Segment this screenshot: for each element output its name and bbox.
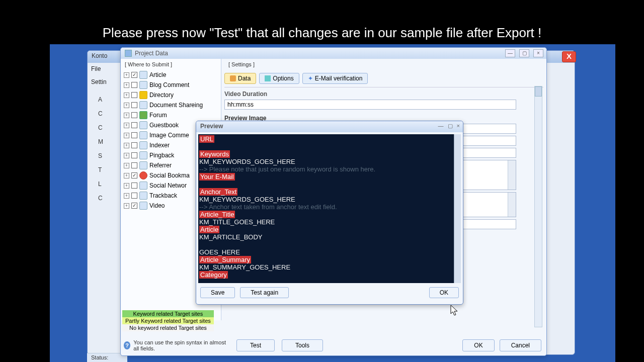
tree-item-label: Video	[149, 202, 165, 209]
checkbox[interactable]	[131, 183, 137, 189]
legend: Keyword related Target sites Partly Keyw…	[122, 310, 214, 331]
tree-item-directory[interactable]: + Directory	[121, 90, 221, 100]
ok-button[interactable]: OK	[462, 339, 494, 351]
window-controls: — ▢ ×	[505, 49, 543, 57]
test-button[interactable]: Test	[236, 339, 275, 351]
checkbox[interactable]: ✓	[131, 203, 137, 209]
preview-line: URL	[199, 135, 460, 143]
checkbox[interactable]	[131, 142, 137, 148]
close-icon[interactable]: ×	[533, 49, 543, 57]
tree-item-label: Referrer	[149, 162, 172, 169]
expand-icon[interactable]: +	[124, 153, 129, 158]
preview-line: KM_SUMMARY_GOES_HERE	[199, 263, 460, 271]
tree-item-forum[interactable]: + Forum	[121, 110, 221, 120]
preview-line: Article	[199, 226, 460, 233]
preview-content[interactable]: URL KeywordsKM_KEYWORDS_GOES_HERE --> Pl…	[198, 134, 461, 283]
spin-syntax-tip: ? You can use the spin syntax in almost …	[124, 339, 229, 351]
scrollbar[interactable]	[508, 193, 516, 217]
window-icon	[125, 50, 132, 57]
expand-icon[interactable]: +	[124, 143, 129, 148]
checkbox[interactable]: ✓	[131, 172, 137, 178]
category-icon	[139, 121, 147, 129]
checkbox[interactable]	[131, 112, 137, 118]
minimize-icon[interactable]: —	[438, 123, 444, 129]
checkbox[interactable]: ✓	[131, 72, 137, 78]
expand-icon[interactable]: +	[124, 113, 129, 118]
tree-item-document-shareing[interactable]: + Document Shareing	[121, 100, 221, 110]
expand-icon[interactable]: +	[124, 123, 129, 128]
expand-icon[interactable]: +	[124, 82, 129, 88]
preview-line: Article_Title	[199, 211, 460, 218]
expand-icon[interactable]: +	[124, 93, 129, 98]
background-left-labels: A C CM ST L C	[98, 93, 103, 205]
category-icon	[139, 161, 147, 169]
cancel-button[interactable]: Cancel	[500, 339, 541, 351]
preview-window: Preview — ▢ × URL KeywordsKM_KEYWORDS_GO…	[196, 121, 463, 305]
category-icon	[139, 71, 147, 79]
tree-item-blog-comment[interactable]: + Blog Comment	[121, 80, 221, 90]
expand-icon[interactable]: +	[124, 163, 129, 168]
checkbox[interactable]	[131, 92, 137, 98]
category-icon	[139, 91, 147, 99]
close-icon[interactable]: ×	[457, 123, 460, 129]
preview-window-controls: — ▢ ×	[438, 123, 460, 129]
preview-line: Article_Summary	[199, 256, 460, 263]
tree-item-label: Directory	[149, 92, 174, 99]
options-icon	[265, 75, 271, 81]
preview-line	[199, 143, 460, 150]
test-again-button[interactable]: Test again	[240, 287, 289, 298]
save-button[interactable]: Save	[200, 287, 235, 298]
category-icon	[139, 131, 147, 139]
desktop-area: Konto X File Settin A C CM ST L C Status…	[50, 44, 615, 362]
expand-icon[interactable]: +	[124, 193, 129, 199]
tree-item-label: Social Bookma	[149, 172, 190, 179]
scrollbar[interactable]	[454, 134, 461, 283]
preview-line: Anchor_Text	[199, 188, 460, 196]
maximize-icon[interactable]: ▢	[448, 123, 453, 129]
checkbox[interactable]	[131, 102, 137, 108]
tree-item-label: Article	[149, 71, 166, 78]
category-icon	[139, 151, 147, 159]
close-icon[interactable]: X	[562, 51, 576, 62]
tab-email-verification[interactable]: ✦E-Mail verification	[302, 73, 368, 84]
panel-scrollbar[interactable]	[534, 86, 542, 327]
minimize-icon[interactable]: —	[505, 49, 515, 57]
checkbox[interactable]	[131, 82, 137, 88]
checkbox[interactable]	[131, 193, 137, 199]
tree-item-label: Image Comme	[149, 132, 189, 139]
tree-item-label: Blog Comment	[149, 81, 189, 88]
tab-data[interactable]: Data	[224, 73, 256, 84]
category-icon	[139, 81, 147, 89]
preview-line	[199, 241, 460, 248]
expand-icon[interactable]: +	[124, 203, 129, 209]
expand-icon[interactable]: +	[124, 133, 129, 138]
preview-ok-button[interactable]: OK	[429, 287, 459, 298]
tree-item-label: Guestbook	[149, 122, 179, 129]
preview-line: KM_ARTICLE_BODY	[199, 233, 460, 241]
preview-image-label: Preview Image	[224, 112, 543, 122]
tree-item-article[interactable]: + ✓ Article	[121, 70, 221, 80]
category-icon	[139, 182, 147, 190]
category-icon	[139, 111, 147, 119]
expand-icon[interactable]: +	[124, 183, 129, 189]
tab-settings-bg[interactable]: Settin	[91, 78, 107, 85]
expand-icon[interactable]: +	[124, 173, 129, 178]
video-duration-input[interactable]	[224, 100, 516, 110]
checkbox[interactable]	[131, 162, 137, 168]
preview-line: GOES_HERE	[199, 248, 460, 256]
checkbox[interactable]	[131, 152, 137, 158]
tools-button[interactable]: Tools	[282, 339, 323, 351]
maximize-icon[interactable]: ▢	[519, 49, 529, 57]
scrollbar[interactable]	[508, 160, 516, 190]
checkbox[interactable]	[131, 122, 137, 128]
expand-icon[interactable]: +	[124, 72, 129, 78]
tree-item-label: Forum	[149, 112, 167, 119]
email-icon: ✦	[308, 75, 313, 82]
expand-icon[interactable]: +	[124, 103, 129, 108]
settings-label: [ Settings ]	[224, 59, 543, 70]
checkbox[interactable]	[131, 132, 137, 138]
preview-line: Category	[199, 271, 460, 279]
video-duration-label: Video Duration	[224, 87, 543, 98]
menu-file[interactable]: File	[91, 65, 101, 72]
tab-options[interactable]: Options	[259, 73, 299, 84]
